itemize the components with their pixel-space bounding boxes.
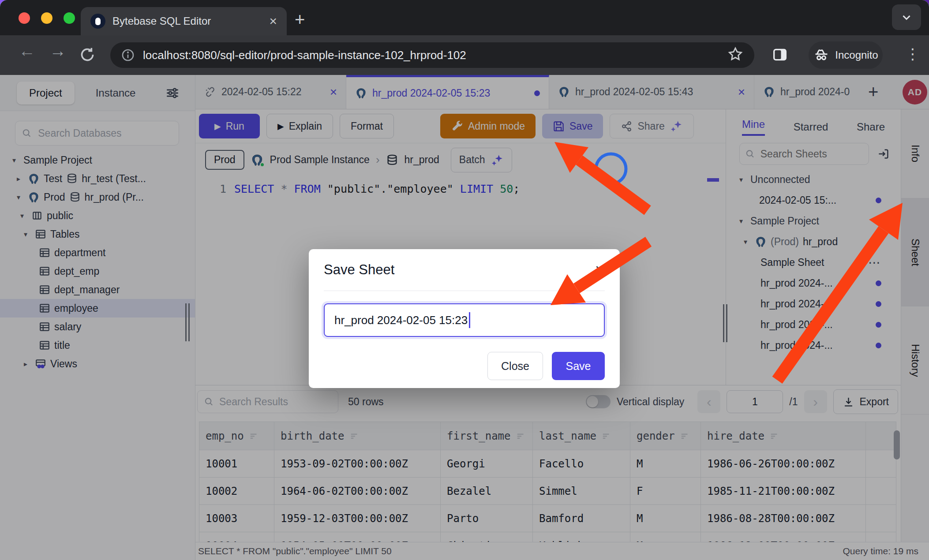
close-dialog-icon[interactable]: × — [595, 261, 605, 278]
close-button[interactable]: Close — [487, 352, 543, 380]
maximize-window-button[interactable] — [64, 12, 75, 24]
dialog-header: Save Sheet × — [324, 249, 605, 291]
bookmark-star-icon[interactable] — [727, 46, 744, 63]
browser-tab-title: Bytebase SQL Editor — [112, 15, 262, 27]
reload-button[interactable] — [79, 46, 96, 63]
close-tab-icon[interactable]: × — [269, 15, 277, 28]
site-info-icon[interactable] — [121, 48, 135, 62]
tab-search-button[interactable] — [892, 4, 921, 30]
text-cursor — [469, 312, 470, 328]
url-text: localhost:8080/sql-editor/prod-sample-in… — [143, 49, 466, 62]
incognito-label: Incognito — [835, 49, 878, 61]
browser-tab[interactable]: Bytebase SQL Editor × — [81, 7, 287, 35]
browser-titlebar: Bytebase SQL Editor × + — [0, 0, 929, 35]
dialog-title: Save Sheet — [324, 262, 394, 278]
back-button[interactable]: ← — [19, 42, 35, 59]
chevron-down-icon — [900, 11, 913, 24]
minimize-window-button[interactable] — [41, 12, 52, 24]
dialog-actions: Close Save — [324, 352, 605, 380]
bytebase-favicon-icon — [90, 14, 105, 29]
window-controls — [19, 12, 75, 24]
incognito-badge: Incognito — [809, 41, 883, 69]
browser-window: Bytebase SQL Editor × + ← → localhost:80… — [0, 0, 929, 560]
incognito-icon — [813, 47, 830, 63]
close-window-button[interactable] — [19, 12, 30, 24]
new-tab-button[interactable]: + — [295, 10, 305, 30]
browser-menu-button[interactable]: ⋮ — [905, 45, 920, 63]
url-bar[interactable]: localhost:8080/sql-editor/prod-sample-in… — [110, 42, 754, 68]
browser-navbar: ← → localhost:8080/sql-editor/prod-sampl… — [0, 35, 929, 75]
save-confirm-button[interactable]: Save — [552, 352, 605, 380]
save-sheet-dialog: Save Sheet × hr_prod 2024-02-05 15:23 Cl… — [309, 249, 620, 388]
side-panel-icon[interactable] — [771, 46, 789, 63]
sheet-name-input[interactable]: hr_prod 2024-02-05 15:23 — [324, 303, 605, 337]
forward-button[interactable]: → — [49, 42, 66, 59]
